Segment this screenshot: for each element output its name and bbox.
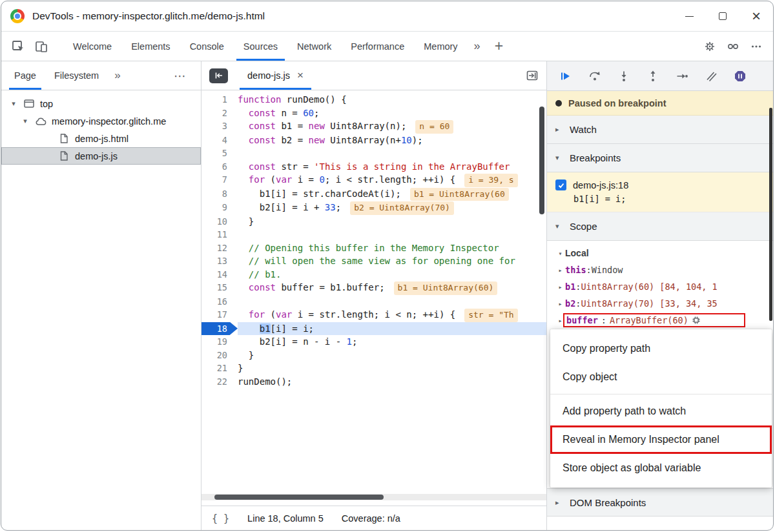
breakpoints-section-header[interactable]: ▾ Breakpoints	[547, 144, 773, 172]
code-line-10[interactable]: 10 }	[202, 215, 546, 229]
code-line-14[interactable]: 14 // b1.	[202, 268, 546, 281]
line-number-gutter[interactable]: 17	[202, 308, 238, 322]
move-to-panel-button[interactable]	[526, 70, 539, 81]
deactivate-breakpoints-button[interactable]	[704, 69, 718, 83]
hide-navigator-button[interactable]	[209, 68, 228, 83]
code-line-19[interactable]: 19 b2[i] = n - i - 1;	[202, 335, 546, 349]
settings-gear-button[interactable]	[698, 32, 721, 61]
pretty-print-icon[interactable]: { }	[212, 513, 229, 524]
line-number-gutter[interactable]: 9	[202, 201, 238, 215]
code-area[interactable]: 1function runDemo() {2 const n = 60;3 co…	[202, 91, 546, 494]
dom-breakpoints-section-header[interactable]: ▸ DOM Breakpoints	[547, 488, 773, 517]
pause-on-exceptions-button[interactable]	[733, 69, 747, 83]
tree-item-memory-inspector-glitch-me[interactable]: ▾memory-inspector.glitch.me	[1, 112, 201, 130]
code-line-5[interactable]: 5	[202, 147, 546, 160]
code-line-6[interactable]: 6 const str = 'This is a string in the A…	[202, 160, 546, 174]
devtools-extra-button[interactable]	[721, 32, 745, 61]
code-line-1[interactable]: 1function runDemo() {	[202, 93, 546, 107]
scope-entry-buffer[interactable]: ▸buffer: ArrayBuffer(60)	[547, 312, 773, 329]
line-number-gutter[interactable]: 19	[202, 335, 238, 349]
more-options-button[interactable]	[745, 32, 768, 61]
line-number-gutter[interactable]: 16	[202, 295, 238, 309]
line-number-gutter[interactable]: 1	[202, 93, 238, 107]
code-line-3[interactable]: 3 const b1 = new Uint8Array(n);n = 60	[202, 119, 546, 134]
close-button[interactable]: ×	[739, 1, 773, 31]
code-line-8[interactable]: 8 b1[i] = str.charCodeAt(i);b1 = Uint8Ar…	[202, 187, 546, 201]
add-panel-button[interactable]: +	[487, 32, 511, 61]
menu-item-add-property-path-to-watch[interactable]: Add property path to watch	[550, 397, 772, 425]
line-number-gutter[interactable]: 6	[202, 160, 238, 174]
line-number-gutter[interactable]: 11	[202, 228, 238, 241]
editor-vertical-scrollbar[interactable]	[539, 107, 544, 214]
code-line-4[interactable]: 4 const b2 = new Uint8Array(n+10);	[202, 134, 546, 147]
editor-horizontal-scrollbar[interactable]	[202, 494, 546, 500]
step-over-button[interactable]	[588, 69, 602, 83]
sidebar-vertical-scrollbar[interactable]	[769, 108, 772, 321]
code-line-13[interactable]: 13 // will open the same view as for ope…	[202, 254, 546, 268]
disclosure-triangle-icon[interactable]: ▾	[21, 117, 30, 125]
line-number-gutter[interactable]: 8	[202, 187, 238, 201]
more-panels-button[interactable]: »	[468, 32, 487, 61]
breakpoint-entry[interactable]: demo-js.js:18 b1[i] = i;	[547, 172, 773, 212]
tree-item-top[interactable]: ▾top	[1, 95, 201, 112]
code-line-9[interactable]: 9 b2[i] = i + 33;b2 = Uint8Array(70)	[202, 201, 546, 215]
code-line-7[interactable]: 7 for (var i = 0; i < str.length; ++i) {…	[202, 173, 546, 187]
tab-sources[interactable]: Sources	[234, 32, 287, 61]
code-line-16[interactable]: 16	[202, 295, 546, 309]
line-number-gutter[interactable]: 18	[202, 322, 238, 336]
line-number-gutter[interactable]: 14	[202, 268, 238, 281]
menu-item-store-object-as-global-variable[interactable]: Store object as global variable	[550, 454, 772, 482]
minimize-button[interactable]	[672, 1, 706, 31]
horizontal-scroll-thumb[interactable]	[214, 495, 384, 500]
code-line-21[interactable]: 21}	[202, 362, 546, 375]
watch-section-header[interactable]: ▸ Watch	[547, 116, 773, 144]
scope-entry-b1[interactable]: ▸b1: Uint8Array(60) [84, 104, 1	[547, 278, 773, 295]
code-line-15[interactable]: 15 const buffer = b1.buffer;b1 = Uint8Ar…	[202, 281, 546, 295]
line-number-gutter[interactable]: 5	[202, 147, 238, 160]
line-number-gutter[interactable]: 22	[202, 375, 238, 389]
editor-tab-demo-js[interactable]: demo-js.js ×	[238, 61, 313, 90]
tab-network[interactable]: Network	[287, 32, 341, 61]
breakpoint-checkbox[interactable]	[555, 179, 566, 190]
step-button[interactable]	[675, 69, 689, 83]
tab-elements[interactable]: Elements	[121, 32, 180, 61]
step-into-button[interactable]	[617, 69, 631, 83]
line-number-gutter[interactable]: 3	[202, 119, 238, 134]
code-line-22[interactable]: 22runDemo();	[202, 375, 546, 389]
code-line-18[interactable]: 18 b1[i] = i;	[202, 322, 546, 336]
sidebar-tab-page[interactable]: Page	[5, 61, 45, 90]
line-number-gutter[interactable]: 7	[202, 173, 238, 187]
menu-item-copy-object[interactable]: Copy object	[550, 363, 772, 391]
line-number-gutter[interactable]: 13	[202, 254, 238, 268]
code-line-17[interactable]: 17 for (var i = str.length; i < n; ++i) …	[202, 308, 546, 322]
line-number-gutter[interactable]: 21	[202, 362, 238, 375]
scope-entry-b2[interactable]: ▸b2: Uint8Array(70) [33, 34, 35	[547, 295, 773, 312]
scope-section-header[interactable]: ▾ Scope	[547, 212, 773, 241]
code-line-20[interactable]: 20 }	[202, 349, 546, 362]
line-number-gutter[interactable]: 15	[202, 281, 238, 295]
line-number-gutter[interactable]: 2	[202, 107, 238, 120]
line-number-gutter[interactable]: 12	[202, 241, 238, 255]
code-line-11[interactable]: 11	[202, 228, 546, 241]
menu-item-copy-property-path[interactable]: Copy property path	[550, 334, 772, 363]
inspect-button[interactable]	[6, 32, 30, 61]
code-line-12[interactable]: 12 // Opening this buffer in the Memory …	[202, 241, 546, 255]
tab-console[interactable]: Console	[180, 32, 234, 61]
menu-item-reveal-in-memory-inspector-panel[interactable]: Reveal in Memory Inspector panel	[550, 425, 772, 454]
tab-performance[interactable]: Performance	[341, 32, 414, 61]
step-out-button[interactable]	[646, 69, 660, 83]
tree-item-demo-js-js[interactable]: demo-js.js	[1, 147, 201, 165]
resume-button[interactable]	[559, 69, 573, 83]
code-line-2[interactable]: 2 const n = 60;	[202, 107, 546, 120]
scope-group-local[interactable]: ▾Local	[547, 245, 773, 261]
line-number-gutter[interactable]: 4	[202, 134, 238, 147]
close-tab-icon[interactable]: ×	[297, 69, 304, 82]
tree-item-demo-js-html[interactable]: demo-js.html	[1, 130, 201, 147]
navigator-more-tabs-button[interactable]: »	[108, 61, 127, 90]
line-number-gutter[interactable]: 20	[202, 349, 238, 362]
sidebar-tab-filesystem[interactable]: Filesystem	[45, 61, 108, 90]
navigator-overflow-menu-button[interactable]: ⋯	[174, 61, 187, 90]
disclosure-triangle-icon[interactable]: ▾	[9, 99, 18, 108]
maximize-button[interactable]	[706, 1, 739, 31]
scope-entry-this[interactable]: ▸this: Window	[547, 261, 773, 278]
